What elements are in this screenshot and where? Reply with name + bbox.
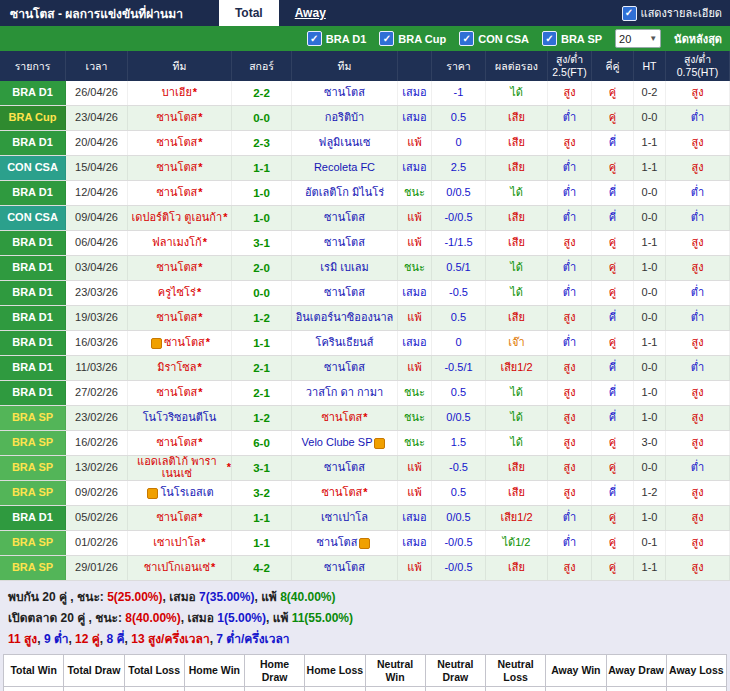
match-date: 01/02/26 [66, 531, 128, 555]
orange-marker-icon [147, 488, 158, 499]
home-team[interactable]: ซานโตส [156, 512, 197, 524]
league-filter-bra-cup[interactable]: BRA Cup [379, 31, 446, 46]
home-team[interactable]: ซานโตส [156, 312, 197, 324]
over-under-ht: สูง [666, 156, 730, 180]
show-details-toggle[interactable]: แสดงรายละเอียด [622, 0, 730, 26]
home-team[interactable]: เดปอร์ติโว ตูเอนก้า [132, 212, 223, 224]
over-under-ht: สูง [666, 531, 730, 555]
league-filter-con-csa[interactable]: CON CSA [459, 31, 529, 46]
ht-score: 1-1 [634, 131, 666, 155]
home-team-cell: ซานโตส* [128, 131, 232, 155]
column-header: HT [634, 51, 666, 81]
away-team[interactable]: เรมิ เบเลม [320, 262, 368, 274]
home-team[interactable]: ซานโตส [156, 162, 197, 174]
checkbox-icon[interactable] [379, 31, 394, 46]
away-team[interactable]: ซานโตส [324, 562, 365, 574]
summary-segment: 8 คี่ [106, 632, 124, 646]
away-team[interactable]: Velo Clube SP [302, 437, 373, 449]
away-team[interactable]: อัตเลติโก มิไนโร่ [305, 187, 384, 199]
home-team[interactable]: โนโรเอสเต [160, 487, 213, 499]
match-result: แพ้ [398, 306, 432, 330]
favorite-star-icon: * [198, 387, 202, 399]
home-team[interactable]: ซานโตส [156, 437, 197, 449]
league-filter-bra-sp[interactable]: BRA SP [542, 31, 602, 46]
ht-score: 0-0 [634, 281, 666, 305]
home-team-cell: มิราโซล* [128, 356, 232, 380]
match-result: ชนะ [398, 406, 432, 430]
away-team[interactable]: ซานโตส [324, 362, 365, 374]
match-date: 13/02/26 [66, 456, 128, 480]
show-details-checkbox-icon[interactable] [622, 6, 637, 21]
away-team[interactable]: ซานโตส [317, 537, 358, 549]
odd-even: คู่ [592, 431, 634, 455]
checkbox-icon[interactable] [307, 31, 322, 46]
away-team[interactable]: ซานโตส [324, 287, 365, 299]
away-team[interactable]: เซาเปาโล [321, 512, 368, 524]
summary-segment: , เสมอ [181, 611, 218, 625]
over-under-ft: ต่ำ [548, 281, 592, 305]
away-team[interactable]: โครินเธียนส์ [316, 337, 374, 349]
favorite-star-icon: * [363, 412, 367, 424]
summary-segment: , [37, 632, 44, 646]
stats-count: 0 [366, 687, 425, 691]
away-team[interactable]: อินเตอร์นาซิอองนาล [296, 312, 394, 324]
checkbox-icon[interactable] [542, 31, 557, 46]
away-team[interactable]: ซานโตส [321, 487, 362, 499]
home-team[interactable]: ซานโตส [156, 137, 197, 149]
home-team[interactable]: ฟลาเมงโก้ [152, 237, 202, 249]
away-team[interactable]: ฟลูมิเนนเซ [319, 137, 371, 149]
tab-away[interactable]: Away [279, 0, 342, 26]
match-date: 19/03/26 [66, 306, 128, 330]
away-team[interactable]: ซานโตส [324, 87, 365, 99]
odd-even: คู่ [592, 81, 634, 105]
match-row: CON CSA15/04/26ซานโตส*1-1Recoleta FCเสมอ… [0, 156, 730, 181]
match-date: 23/03/26 [66, 281, 128, 305]
score: 1-2 [232, 306, 292, 330]
handicap-result: เสีย [486, 481, 548, 505]
league-badge: BRA SP [0, 481, 66, 505]
favorite-star-icon: * [198, 362, 202, 374]
over-under-ft: สูง [548, 481, 592, 505]
column-header: ผลต่อรอง [486, 51, 548, 81]
home-team[interactable]: บาเอีย [162, 87, 192, 99]
away-team[interactable]: ซานโตส [324, 462, 365, 474]
home-team[interactable]: ซานโตส [156, 187, 197, 199]
match-count-select[interactable]: 20 ▼ [615, 29, 661, 48]
checkbox-icon[interactable] [459, 31, 474, 46]
home-team-cell: แอดเลติโก้ พาราเนนเซ่* [128, 456, 232, 480]
home-team[interactable]: ซานโตส [156, 262, 197, 274]
home-team[interactable]: เซาเปาโล [153, 537, 200, 549]
home-team[interactable]: ซานโตส [156, 387, 197, 399]
league-filter-bra-d1[interactable]: BRA D1 [307, 31, 367, 46]
away-team[interactable]: Recoleta FC [314, 162, 375, 174]
away-team[interactable]: ซานโตส [324, 237, 365, 249]
show-details-label: แสดงรายละเอียด [641, 4, 722, 22]
ht-score: 1-2 [634, 481, 666, 505]
favorite-star-icon: * [198, 112, 202, 124]
home-team[interactable]: มิราโซล [157, 362, 196, 374]
away-team-cell: ซานโตส [292, 356, 398, 380]
match-count-value: 20 [619, 33, 631, 45]
home-team[interactable]: โนโวริซอนตีโน [143, 412, 217, 424]
away-team[interactable]: วาสโก ดา กามา [306, 387, 383, 399]
away-team[interactable]: ซานโตส [321, 412, 362, 424]
over-under-ft: ต่ำ [548, 156, 592, 180]
match-result: เสมอ [398, 506, 432, 530]
home-team[interactable]: ซานโตส [164, 337, 205, 349]
home-team[interactable]: แอดเลติโก้ พาราเนนเซ่ [128, 456, 226, 479]
ht-score: 1-1 [634, 556, 666, 580]
results-table-header: รายการเวลาทีมสกอร์ทีมราคาผลต่อรองสูง/ต่ำ… [0, 51, 730, 81]
ht-score: 0-0 [634, 181, 666, 205]
league-filter-bar: BRA D1BRA CupCON CSABRA SP 20 ▼ นัดหลังส… [0, 26, 730, 51]
away-team[interactable]: กอริติบ้า [325, 112, 364, 124]
stats-header: Home Draw [245, 655, 304, 686]
home-team[interactable]: ครูไซโร่ [158, 287, 196, 299]
tab-total[interactable]: Total [219, 0, 279, 26]
home-team[interactable]: ชาเปโกเอนเซ่ [144, 562, 210, 574]
summary-segment: 9 ต่ำ [44, 632, 69, 646]
stats-count: 5 [4, 687, 63, 691]
home-team[interactable]: ซานโตส [156, 112, 197, 124]
away-team[interactable]: ซานโตส [324, 212, 365, 224]
home-team-cell: ซานโตส* [128, 506, 232, 530]
handicap-result: ได้ [486, 281, 548, 305]
